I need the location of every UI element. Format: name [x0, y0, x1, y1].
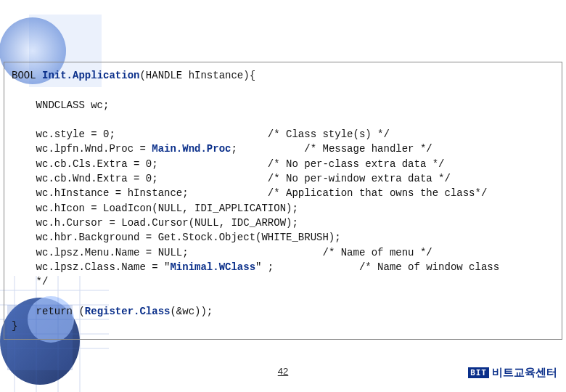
brand-logo: BIT [468, 367, 489, 378]
brand: BIT 비트교육센터 [468, 366, 557, 380]
comment: /* No per-window extra data */ [268, 173, 451, 184]
fn-sig: (HANDLE hInstance){ [139, 70, 255, 81]
code-line: wc.hInstance = hInstance; [12, 187, 268, 199]
close-brace: } [12, 320, 17, 332]
code-line: wc.h.Cursor = Load.Cursor(NULL, IDC_ARRO… [12, 217, 298, 229]
return-a: return ( [12, 306, 85, 317]
var-decl: WNDCLASS wc; [12, 99, 109, 111]
code-line: */ [12, 276, 48, 287]
code-block: BOOL Init.Application(HANDLE hInstance){… [4, 62, 562, 340]
register-fn: Register.Class [85, 306, 171, 317]
code-line: wc.lpsz.Menu.Name = NULL; [12, 247, 322, 258]
brand-text: 비트교육센터 [492, 366, 557, 380]
code-line: " ; [255, 261, 359, 273]
comment: /* Name of menu */ [322, 247, 432, 258]
comment: /* Application that owns the class*/ [268, 187, 487, 199]
code-line: wc.style = 0; [12, 128, 268, 140]
classname-sym: Minimal.WClass [170, 261, 255, 273]
code-line: wc.cb.Cls.Extra = 0; [12, 158, 268, 170]
ret-type: BOOL [12, 70, 42, 81]
comment: /* Class style(s) */ [268, 128, 390, 140]
code-line: wc.cb.Wnd.Extra = 0; [12, 173, 268, 184]
wndproc-sym: Main.Wnd.Proc [152, 143, 231, 155]
footer: 42 BIT 비트교육센터 [0, 366, 566, 385]
comment: /* Message handler */ [304, 143, 432, 155]
code-line: wc.hIcon = LoadIcon(NULL, IDI_APPLICATIO… [12, 203, 298, 214]
return-b: (&wc)); [170, 306, 213, 317]
comment: /* Name of window class [359, 261, 499, 273]
code-line: wc.lpfn.Wnd.Proc = [12, 143, 152, 155]
code-line: wc.lpsz.Class.Name = " [12, 261, 170, 273]
code-line: wc.hbr.Background = Get.Stock.Object(WHI… [12, 232, 341, 243]
comment: /* No per-class extra data */ [268, 158, 445, 170]
fn-name: Init.Application [42, 70, 139, 81]
page-number: 42 [278, 366, 288, 377]
code-line: ; [231, 143, 304, 155]
